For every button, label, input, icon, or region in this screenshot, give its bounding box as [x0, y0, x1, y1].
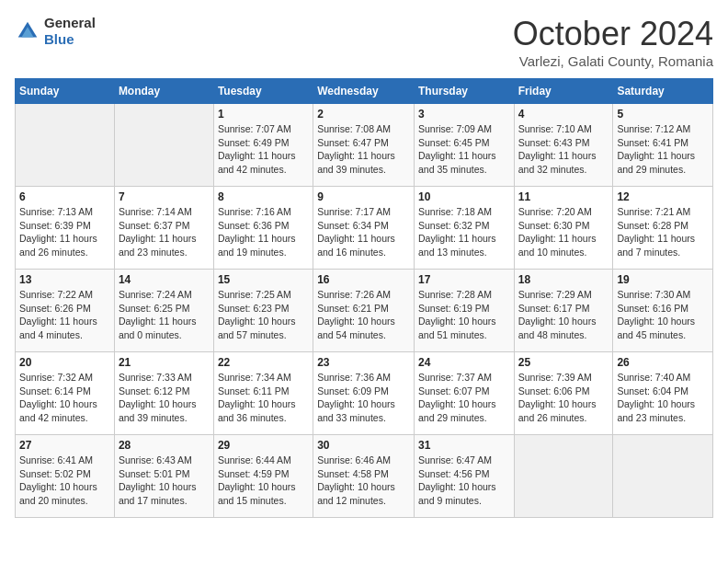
day-info: Sunrise: 6:47 AM Sunset: 4:56 PM Dayligh… — [418, 454, 510, 508]
calendar-cell: 23Sunrise: 7:36 AM Sunset: 6:09 PM Dayli… — [313, 352, 415, 435]
header-day-tuesday: Tuesday — [213, 79, 313, 104]
calendar-header: SundayMondayTuesdayWednesdayThursdayFrid… — [16, 79, 713, 104]
calendar-cell: 20Sunrise: 7:32 AM Sunset: 6:14 PM Dayli… — [16, 352, 115, 435]
day-number: 31 — [418, 439, 510, 452]
day-info: Sunrise: 7:14 AM Sunset: 6:37 PM Dayligh… — [119, 205, 210, 259]
day-info: Sunrise: 7:30 AM Sunset: 6:16 PM Dayligh… — [617, 288, 709, 342]
calendar-cell: 29Sunrise: 6:44 AM Sunset: 4:59 PM Dayli… — [213, 435, 313, 518]
day-number: 29 — [218, 439, 309, 452]
day-number: 27 — [19, 439, 110, 452]
calendar-cell: 5Sunrise: 7:12 AM Sunset: 6:41 PM Daylig… — [613, 104, 713, 187]
day-info: Sunrise: 7:25 AM Sunset: 6:23 PM Dayligh… — [218, 288, 309, 342]
week-row-3: 13Sunrise: 7:22 AM Sunset: 6:26 PM Dayli… — [16, 270, 713, 352]
week-row-1: 1Sunrise: 7:07 AM Sunset: 6:49 PM Daylig… — [16, 104, 713, 187]
day-number: 9 — [317, 190, 410, 203]
calendar-cell: 3Sunrise: 7:09 AM Sunset: 6:45 PM Daylig… — [414, 104, 514, 187]
day-info: Sunrise: 6:41 AM Sunset: 5:02 PM Dayligh… — [19, 454, 110, 508]
day-info: Sunrise: 7:09 AM Sunset: 6:45 PM Dayligh… — [418, 122, 510, 177]
page-header: General Blue October 2024 Varlezi, Galat… — [15, 15, 713, 69]
day-number: 24 — [418, 356, 510, 369]
day-number: 20 — [19, 356, 110, 369]
day-number: 16 — [317, 273, 410, 286]
header-day-thursday: Thursday — [414, 79, 514, 104]
calendar-cell — [613, 435, 713, 518]
calendar-cell: 4Sunrise: 7:10 AM Sunset: 6:43 PM Daylig… — [514, 104, 613, 187]
day-info: Sunrise: 7:34 AM Sunset: 6:11 PM Dayligh… — [218, 371, 309, 425]
day-number: 21 — [119, 356, 210, 369]
day-number: 26 — [617, 356, 709, 369]
day-info: Sunrise: 6:43 AM Sunset: 5:01 PM Dayligh… — [119, 454, 210, 508]
day-number: 13 — [19, 273, 110, 286]
day-number: 23 — [317, 356, 410, 369]
day-info: Sunrise: 7:36 AM Sunset: 6:09 PM Dayligh… — [317, 371, 410, 425]
day-number: 17 — [418, 273, 510, 286]
day-number: 14 — [119, 273, 210, 286]
day-info: Sunrise: 7:17 AM Sunset: 6:34 PM Dayligh… — [317, 205, 410, 259]
day-info: Sunrise: 7:22 AM Sunset: 6:26 PM Dayligh… — [19, 288, 110, 342]
day-info: Sunrise: 7:29 AM Sunset: 6:17 PM Dayligh… — [518, 288, 609, 342]
header-row: SundayMondayTuesdayWednesdayThursdayFrid… — [16, 79, 713, 104]
calendar-cell — [514, 435, 613, 518]
week-row-4: 20Sunrise: 7:32 AM Sunset: 6:14 PM Dayli… — [16, 352, 713, 435]
day-info: Sunrise: 7:18 AM Sunset: 6:32 PM Dayligh… — [418, 205, 510, 259]
day-number: 2 — [317, 108, 410, 121]
day-info: Sunrise: 7:12 AM Sunset: 6:41 PM Dayligh… — [617, 122, 709, 177]
calendar-cell: 26Sunrise: 7:40 AM Sunset: 6:04 PM Dayli… — [613, 352, 713, 435]
calendar-cell: 9Sunrise: 7:17 AM Sunset: 6:34 PM Daylig… — [313, 187, 415, 270]
calendar-cell: 14Sunrise: 7:24 AM Sunset: 6:25 PM Dayli… — [114, 270, 213, 352]
calendar-cell: 13Sunrise: 7:22 AM Sunset: 6:26 PM Dayli… — [16, 270, 115, 352]
calendar-cell: 24Sunrise: 7:37 AM Sunset: 6:07 PM Dayli… — [414, 352, 514, 435]
calendar-cell: 12Sunrise: 7:21 AM Sunset: 6:28 PM Dayli… — [613, 187, 713, 270]
logo-text-blue: Blue — [44, 31, 74, 47]
day-number: 30 — [317, 439, 410, 452]
day-info: Sunrise: 7:13 AM Sunset: 6:39 PM Dayligh… — [19, 205, 110, 259]
calendar-cell — [16, 104, 115, 187]
day-number: 11 — [518, 190, 609, 203]
calendar-cell: 1Sunrise: 7:07 AM Sunset: 6:49 PM Daylig… — [213, 104, 313, 187]
calendar-cell: 30Sunrise: 6:46 AM Sunset: 4:58 PM Dayli… — [313, 435, 415, 518]
calendar-cell: 10Sunrise: 7:18 AM Sunset: 6:32 PM Dayli… — [414, 187, 514, 270]
header-day-friday: Friday — [514, 79, 613, 104]
calendar-cell: 31Sunrise: 6:47 AM Sunset: 4:56 PM Dayli… — [414, 435, 514, 518]
calendar-cell: 22Sunrise: 7:34 AM Sunset: 6:11 PM Dayli… — [213, 352, 313, 435]
header-day-wednesday: Wednesday — [313, 79, 415, 104]
calendar-cell — [114, 104, 213, 187]
calendar-cell: 15Sunrise: 7:25 AM Sunset: 6:23 PM Dayli… — [213, 270, 313, 352]
week-row-5: 27Sunrise: 6:41 AM Sunset: 5:02 PM Dayli… — [16, 435, 713, 518]
day-info: Sunrise: 7:24 AM Sunset: 6:25 PM Dayligh… — [119, 288, 210, 342]
calendar-cell: 11Sunrise: 7:20 AM Sunset: 6:30 PM Dayli… — [514, 187, 613, 270]
day-info: Sunrise: 7:07 AM Sunset: 6:49 PM Dayligh… — [218, 122, 309, 177]
day-number: 28 — [119, 439, 210, 452]
day-number: 8 — [218, 190, 309, 203]
month-title: October 2024 — [513, 15, 713, 53]
logo: General Blue — [15, 15, 96, 48]
calendar-cell: 8Sunrise: 7:16 AM Sunset: 6:36 PM Daylig… — [213, 187, 313, 270]
day-info: Sunrise: 7:37 AM Sunset: 6:07 PM Dayligh… — [418, 371, 510, 425]
day-info: Sunrise: 7:21 AM Sunset: 6:28 PM Dayligh… — [617, 205, 709, 259]
day-info: Sunrise: 6:46 AM Sunset: 4:58 PM Dayligh… — [317, 454, 410, 508]
calendar-cell: 27Sunrise: 6:41 AM Sunset: 5:02 PM Dayli… — [16, 435, 115, 518]
calendar-body: 1Sunrise: 7:07 AM Sunset: 6:49 PM Daylig… — [16, 104, 713, 518]
day-info: Sunrise: 7:33 AM Sunset: 6:12 PM Dayligh… — [119, 371, 210, 425]
day-info: Sunrise: 7:39 AM Sunset: 6:06 PM Dayligh… — [518, 371, 609, 425]
day-number: 6 — [19, 190, 110, 203]
calendar-cell: 17Sunrise: 7:28 AM Sunset: 6:19 PM Dayli… — [414, 270, 514, 352]
header-day-saturday: Saturday — [613, 79, 713, 104]
day-info: Sunrise: 7:32 AM Sunset: 6:14 PM Dayligh… — [19, 371, 110, 425]
location: Varlezi, Galati County, Romania — [513, 53, 713, 69]
calendar-cell: 16Sunrise: 7:26 AM Sunset: 6:21 PM Dayli… — [313, 270, 415, 352]
day-number: 12 — [617, 190, 709, 203]
calendar-table: SundayMondayTuesdayWednesdayThursdayFrid… — [15, 78, 713, 518]
day-number: 3 — [418, 108, 510, 121]
calendar-cell: 19Sunrise: 7:30 AM Sunset: 6:16 PM Dayli… — [613, 270, 713, 352]
day-info: Sunrise: 7:28 AM Sunset: 6:19 PM Dayligh… — [418, 288, 510, 342]
day-number: 5 — [617, 108, 709, 121]
day-number: 4 — [518, 108, 609, 121]
calendar-cell: 21Sunrise: 7:33 AM Sunset: 6:12 PM Dayli… — [114, 352, 213, 435]
title-block: October 2024 Varlezi, Galati County, Rom… — [513, 15, 713, 69]
calendar-cell: 2Sunrise: 7:08 AM Sunset: 6:47 PM Daylig… — [313, 104, 415, 187]
day-number: 15 — [218, 273, 309, 286]
logo-icon — [15, 18, 40, 44]
day-info: Sunrise: 7:16 AM Sunset: 6:36 PM Dayligh… — [218, 205, 309, 259]
calendar-cell: 18Sunrise: 7:29 AM Sunset: 6:17 PM Dayli… — [514, 270, 613, 352]
